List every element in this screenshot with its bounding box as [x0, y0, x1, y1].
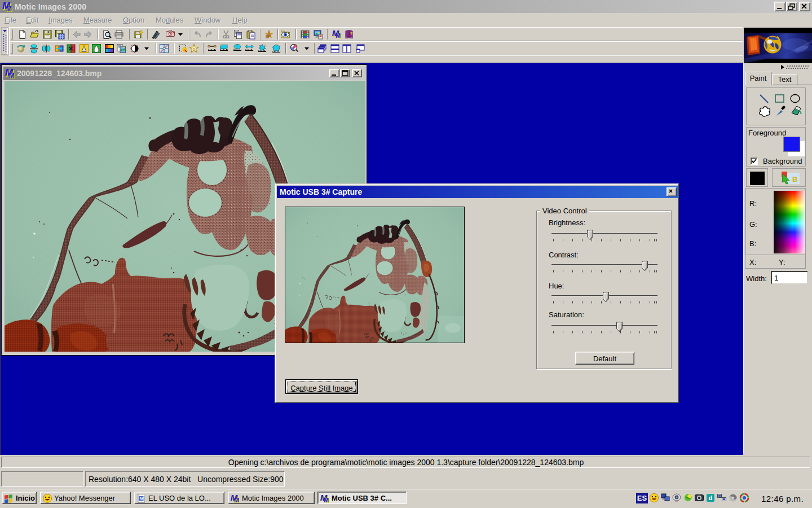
svg-text:W: W — [140, 496, 144, 501]
svg-text:d: d — [709, 494, 713, 501]
svg-text:B: B — [792, 175, 797, 183]
svg-text:?: ? — [350, 31, 353, 36]
